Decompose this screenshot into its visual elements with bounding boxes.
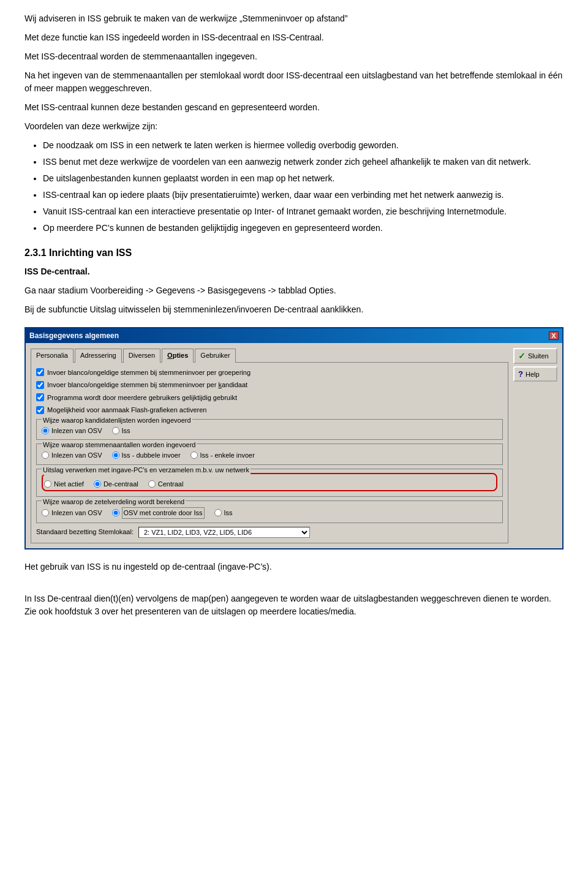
- group2-radio-row: Inlezen van OSV Iss - dubbele invoer Iss…: [42, 450, 497, 461]
- intro-para3: Met ISS-decentraal worden de stemmenaant…: [24, 50, 564, 63]
- group3-radio-row: Niet actief De-centraal Centraal: [44, 479, 495, 489]
- list-item: Vanuit ISS-centraal kan een interactieve…: [43, 205, 564, 218]
- tab-diversen[interactable]: Diversen: [123, 349, 160, 363]
- radio-item: Centraal: [148, 479, 184, 489]
- group-uitslag: Uitslag verwerken met ingave-PC's en ver…: [36, 469, 503, 497]
- radio-g4-osv-iss-label: OSV met controle door Iss: [122, 507, 205, 519]
- list-item: Op meerdere PC’s kunnen de bestanden gel…: [43, 222, 564, 235]
- checkbox-kandidaat[interactable]: [36, 381, 44, 389]
- radio-g3-de-centraal[interactable]: [94, 480, 101, 488]
- tab-content: Invoer blanco/ongeldige stemmen bij stem…: [31, 362, 508, 543]
- radio-g2-osv-label: Inlezen van OSV: [51, 450, 102, 461]
- radio-g2-enkel[interactable]: [190, 451, 198, 459]
- radio-g3-centraal-label: Centraal: [158, 479, 184, 489]
- radio-g2-osv[interactable]: [42, 451, 49, 459]
- help-label: Help: [526, 371, 540, 378]
- section-heading: 2.3.1 Inrichting van ISS: [24, 246, 564, 260]
- radio-g3-centraal[interactable]: [148, 480, 156, 488]
- group3-label: Uitslag verwerken met ingave-PC's en ver…: [42, 465, 251, 475]
- iss-desc: ISS De-centraal.: [24, 265, 564, 278]
- dialog-main: Personalia Adressering Diversen Opties G…: [28, 345, 511, 546]
- std-label: Standaard bezetting Stemlokaal:: [36, 527, 134, 537]
- footer-para1: Het gebruik van ISS is nu ingesteld op d…: [24, 561, 564, 573]
- radio-g4-iss[interactable]: [214, 509, 222, 516]
- radio-g2-dubbel[interactable]: [112, 451, 119, 459]
- intro-para2: Met deze functie kan ISS ingedeeld worde…: [24, 31, 564, 44]
- radio-g3-niet[interactable]: [44, 480, 51, 488]
- checkbox-gebruikers[interactable]: [36, 393, 44, 401]
- checkbox-row: Mogelijkheid voor aanmaak Flash-grafieke…: [36, 405, 503, 415]
- tabs-row: Personalia Adressering Diversen Opties G…: [31, 348, 508, 362]
- list-item: De uitslagenbestanden kunnen geplaatst w…: [43, 172, 564, 185]
- benefits-list: De noodzaak om ISS in een netwerk te lat…: [43, 139, 564, 235]
- dialog-window: Basisgegevens algemeen X Personalia Adre…: [24, 327, 564, 549]
- dialog-titlebar: Basisgegevens algemeen X: [26, 328, 562, 343]
- radio-g4-osv-iss[interactable]: [112, 509, 119, 516]
- dialog-sidebar: ✓ Sluiten ? Help: [511, 345, 560, 546]
- radio-g2-enkel-label: Iss - enkele invoer: [200, 450, 255, 461]
- tab-opties[interactable]: Opties: [162, 349, 194, 363]
- checkbox-row: Invoer blanco/ongeldige stemmen bij stem…: [36, 380, 503, 390]
- tab-adressering[interactable]: Adressering: [75, 349, 122, 363]
- help-button[interactable]: ? Help: [513, 366, 557, 382]
- tab-gebruiker[interactable]: Gebruiker: [195, 349, 235, 363]
- radio-g3-decentraal-label: De-centraal: [104, 479, 138, 489]
- checkbox-flash-label: Mogelijkheid voor aanmaak Flash-grafieke…: [47, 405, 206, 415]
- dialog-body: Personalia Adressering Diversen Opties G…: [26, 343, 562, 548]
- check-icon: ✓: [518, 351, 526, 361]
- list-item: ISS-centraal kan op iedere plaats (bijv …: [43, 189, 564, 202]
- radio-g4-iss-label: Iss: [224, 508, 233, 518]
- radio-item: Iss - enkele invoer: [190, 450, 255, 461]
- radio-item: Iss: [112, 426, 130, 436]
- red-oval-highlight: Niet actief De-centraal Centraal: [42, 473, 497, 492]
- group1-radio-row: Inlezen van OSV Iss: [42, 426, 497, 436]
- list-item: De noodzaak om ISS in een netwerk te lat…: [43, 139, 564, 152]
- radio-g1-osv[interactable]: [42, 427, 49, 434]
- list-item: ISS benut met deze werkwijze de voordele…: [43, 156, 564, 168]
- sluiten-button[interactable]: ✓ Sluiten: [513, 348, 557, 364]
- radio-item: Iss: [214, 508, 233, 518]
- checkbox-flash[interactable]: [36, 406, 44, 414]
- intro-para6: Voordelen van deze werkwijze zijn:: [24, 120, 564, 133]
- question-icon: ?: [518, 369, 523, 379]
- radio-g1-iss[interactable]: [112, 427, 119, 434]
- footer-para2: In Iss De-centraal dien(t)(en) vervolgen…: [24, 592, 564, 618]
- instruction2: Bij de subfunctie Uitslag uitwisselen bi…: [24, 303, 564, 316]
- close-button[interactable]: X: [549, 331, 559, 340]
- checkbox-row: Invoer blanco/ongeldige stemmen bij stem…: [36, 368, 503, 378]
- radio-item: Inlezen van OSV: [42, 508, 102, 518]
- radio-item: Inlezen van OSV: [42, 426, 102, 436]
- radio-g1-iss-label: Iss: [122, 426, 130, 436]
- dialog-title: Basisgegevens algemeen: [29, 330, 119, 341]
- radio-item: De-centraal: [94, 479, 138, 489]
- checkbox-gebruikers-label: Programma wordt door meerdere gebruikers…: [47, 393, 237, 403]
- radio-item: OSV met controle door Iss: [112, 507, 205, 519]
- std-select[interactable]: 2: VZ1, LID2, LID3, VZ2, LID5, LID6: [138, 527, 310, 538]
- sluiten-label: Sluiten: [528, 352, 549, 360]
- group-kandidatenlijsten: Wijze waarop kandidatenlijsten worden in…: [36, 419, 503, 440]
- intro-para5: Met ISS-centraal kunnen deze bestanden g…: [24, 101, 564, 114]
- std-row: Standaard bezetting Stemlokaal: 2: VZ1, …: [36, 527, 503, 538]
- checkbox-row: Programma wordt door meerdere gebruikers…: [36, 393, 503, 403]
- radio-g3-niet-label: Niet actief: [54, 479, 84, 489]
- checkbox-groepering[interactable]: [36, 368, 44, 376]
- intro-para1: Wij adviseren in ISS gebruik te maken va…: [24, 12, 564, 25]
- radio-g2-dubbel-label: Iss - dubbele invoer: [122, 450, 181, 461]
- checkbox-kandidaat-label: Invoer blanco/ongeldige stemmen bij stem…: [47, 380, 247, 390]
- group4-label: Wijze waarop de zetelverdeling wordt ber…: [42, 497, 186, 507]
- group4-radio-row: Inlezen van OSV OSV met controle door Is…: [42, 507, 497, 519]
- group-stemmenaantallen: Wijze waarop stemmenaantallen worden ing…: [36, 444, 503, 465]
- group2-label: Wijze waarop stemmenaantallen worden ing…: [42, 440, 197, 450]
- intro-para4: Na het ingeven van de stemmenaantallen p…: [24, 69, 564, 95]
- group1-label: Wijze waarop kandidatenlijsten worden in…: [42, 415, 192, 426]
- radio-item: Iss - dubbele invoer: [112, 450, 181, 461]
- radio-g4-osv[interactable]: [42, 509, 49, 516]
- group-zetelverdeling: Wijze waarop de zetelverdeling wordt ber…: [36, 500, 503, 523]
- radio-g4-osv-label: Inlezen van OSV: [51, 508, 102, 518]
- instruction1: Ga naar stadium Voorbereiding -> Gegeven…: [24, 284, 564, 297]
- radio-item: Niet actief: [44, 479, 84, 489]
- tab-personalia[interactable]: Personalia: [31, 349, 74, 363]
- checkbox-groepering-label: Invoer blanco/ongeldige stemmen bij stem…: [47, 368, 251, 378]
- radio-item: Inlezen van OSV: [42, 450, 102, 461]
- radio-g1-osv-label: Inlezen van OSV: [51, 426, 102, 436]
